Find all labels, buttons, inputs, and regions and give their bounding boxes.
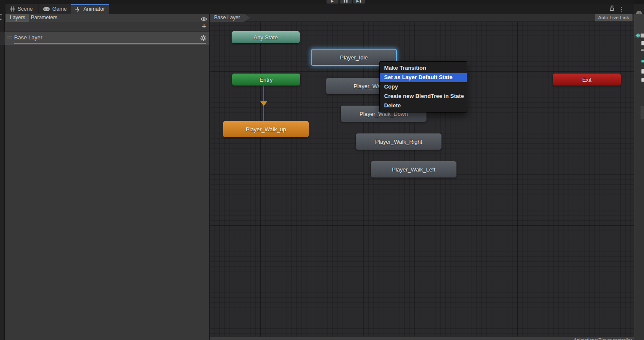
gear-icon[interactable] <box>200 35 206 43</box>
add-layer-button[interactable]: + <box>202 21 206 31</box>
lock-icon[interactable] <box>609 5 614 13</box>
adjacent-panel-row-fragment <box>0 32 5 45</box>
inspector-fragment <box>641 49 644 50</box>
step-icon: ▶▮ <box>356 0 362 3</box>
tab-scene[interactable]: Scene <box>6 4 39 14</box>
controller-path: Animations/Player.controller <box>210 337 634 340</box>
context-menu: Make Transition Set as Layer Default Sta… <box>379 61 467 112</box>
kebab-menu-icon[interactable]: ⋮ <box>619 6 625 12</box>
tab-parameters[interactable]: Parameters <box>27 14 61 22</box>
pane-tab-bar: Scene Game Animator ⋮ <box>5 4 634 14</box>
play-button[interactable]: ▶ <box>326 0 339 4</box>
graph-status-bar: Animations/Player.controller <box>210 337 634 340</box>
inspector-fragment <box>641 41 644 45</box>
scene-grid-icon <box>10 6 15 12</box>
layers-panel-tab-bar: Layers Parameters <box>5 14 209 22</box>
tab-scene-label: Scene <box>18 6 33 12</box>
node-player-walk-up[interactable]: Player_Walk_up <box>223 121 309 137</box>
main-toolbar: ▶ ▮▮ ▶▮ <box>0 0 644 4</box>
auto-live-link-button[interactable]: Auto Live Link <box>595 14 632 21</box>
menu-item-make-transition[interactable]: Make Transition <box>380 63 467 73</box>
menu-item-copy[interactable]: Copy <box>380 82 467 92</box>
graph-canvas[interactable]: Any State Player_Idle Entry Player_Walk … <box>210 22 634 337</box>
gamepad-icon <box>43 7 50 11</box>
node-player-walk-right[interactable]: Player_Walk_Right <box>356 133 441 150</box>
tab-animator[interactable]: Animator <box>71 4 109 14</box>
inspector-edge-subheader <box>634 14 644 39</box>
play-icon: ▶ <box>331 0 334 3</box>
breadcrumb-base-layer[interactable]: Base Layer <box>210 14 250 22</box>
layer-item-base-layer[interactable]: Base Layer <box>5 32 209 45</box>
state-machine-graph: Base Layer Auto Live Link Any State Play… <box>210 14 634 340</box>
inspector-panel-edge: i <box>634 0 644 340</box>
transition-arrowhead-icon <box>260 101 267 106</box>
tab-game-label: Game <box>52 6 67 12</box>
clipped-icon-fragment <box>0 14 2 20</box>
layer-name: Base Layer <box>14 32 42 44</box>
inspector-edge-top <box>634 0 644 4</box>
pause-button[interactable]: ▮▮ <box>340 0 352 4</box>
tab-layers[interactable]: Layers <box>6 14 29 22</box>
node-any-state[interactable]: Any State <box>232 31 300 43</box>
animator-icon <box>75 7 81 12</box>
inspector-fragment <box>641 78 644 82</box>
menu-item-create-new-blendtree[interactable]: Create new BlendTree in State <box>380 92 467 101</box>
node-entry[interactable]: Entry <box>232 74 300 86</box>
live-link-arrow-icon <box>635 33 644 41</box>
tab-game[interactable]: Game <box>39 4 72 14</box>
graph-header: Base Layer Auto Live Link <box>210 14 634 22</box>
node-player-walk-left[interactable]: Player_Walk_Left <box>371 161 456 177</box>
tab-animator-label: Animator <box>83 6 105 12</box>
layers-toolbar: + <box>5 22 209 32</box>
step-button[interactable]: ▶▮ <box>353 0 365 4</box>
drag-handle-icon[interactable] <box>7 36 12 38</box>
menu-item-delete[interactable]: Delete <box>380 101 467 110</box>
inspector-fragment <box>641 69 644 74</box>
menu-item-set-as-layer-default-state[interactable]: Set as Layer Default State <box>380 73 467 82</box>
unity-animator-window: ▶ ▮▮ ▶▮ Scene Game Animator ⋮ <box>0 0 644 340</box>
inspector-edge-header: i <box>634 4 644 14</box>
inspector-fragment <box>641 60 644 62</box>
adjacent-panel-edge-top <box>0 0 5 14</box>
pause-icon: ▮▮ <box>343 0 348 3</box>
adjacent-panel-edge <box>0 0 5 340</box>
layers-panel: Layers Parameters + Base Layer <box>5 14 209 340</box>
node-exit[interactable]: Exit <box>553 74 621 86</box>
inspector-fragment <box>641 106 644 119</box>
layer-weight-slider <box>14 43 206 44</box>
